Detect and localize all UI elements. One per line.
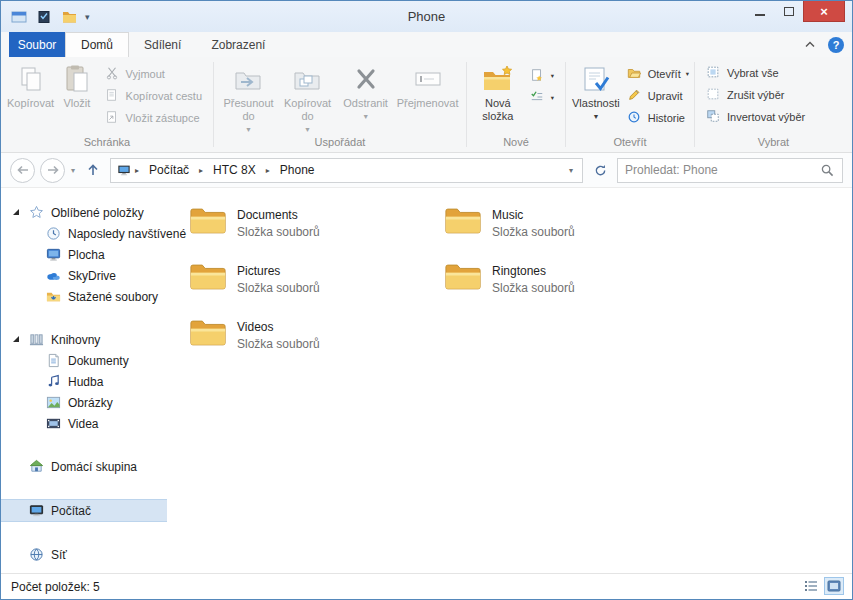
breadcrumb-computer[interactable]: Počítač <box>142 163 196 177</box>
libraries-icon <box>28 332 44 348</box>
sidebar-item-label: Domácí skupina <box>51 460 137 474</box>
history-button[interactable]: Historie <box>622 107 694 129</box>
sidebar-item-computer[interactable]: Počítač <box>1 499 167 522</box>
cut-icon <box>105 66 121 82</box>
sidebar-item-desktop[interactable]: Plocha <box>1 244 167 265</box>
qat-new-folder-icon[interactable] <box>60 8 78 26</box>
copy-button[interactable]: Kopírovat <box>7 62 54 110</box>
expand-triangle-icon[interactable] <box>13 336 19 342</box>
sidebar-item-libraries[interactable]: Knihovny <box>1 329 167 350</box>
sidebar-item-homegroup[interactable]: Domácí skupina <box>1 456 167 477</box>
thumbnails-view-button[interactable] <box>824 577 844 595</box>
sidebar-item-videos[interactable]: Videa <box>1 413 167 434</box>
select-all-icon <box>706 65 722 81</box>
open-dropdown: ▾ <box>686 70 689 78</box>
recent-locations-dropdown[interactable]: ▾ <box>70 166 76 175</box>
help-button[interactable]: ? <box>828 37 844 53</box>
breadcrumb-separator: ▸ <box>198 166 204 175</box>
collapse-ribbon-button[interactable] <box>802 37 818 53</box>
copy-to-button[interactable]: Kopírovat do ▼ <box>279 62 336 136</box>
caption-buttons: × <box>745 1 845 22</box>
titlebar: ▾ Phone × <box>1 1 852 32</box>
group-label-organize: Uspořádat <box>214 136 466 152</box>
breadcrumb-htc-8x[interactable]: HTC 8X <box>206 163 263 177</box>
folder-item-documents[interactable]: Documents Složka souborů <box>189 203 444 259</box>
sidebar-item-skydrive[interactable]: SkyDrive <box>1 265 167 286</box>
folder-name: Documents <box>237 208 320 222</box>
qat-customize-dropdown[interactable]: ▾ <box>85 12 90 22</box>
edit-button[interactable]: Upravit <box>622 85 694 107</box>
search-input[interactable] <box>625 163 819 177</box>
folder-item-pictures[interactable]: Pictures Složka souborů <box>189 259 444 315</box>
sidebar-item-label: Síť <box>51 548 67 562</box>
forward-button[interactable] <box>40 158 65 183</box>
group-label-new: Nové <box>467 136 565 152</box>
folder-icon <box>444 204 482 237</box>
back-button[interactable] <box>10 158 35 183</box>
rename-button[interactable]: Přejmenovat <box>395 62 460 110</box>
downloads-folder-icon <box>45 289 61 305</box>
breadcrumb-phone[interactable]: Phone <box>273 163 322 177</box>
invert-selection-button[interactable]: Invertovat výběr <box>701 106 810 128</box>
delete-label: Odstranit <box>343 97 388 110</box>
open-label: Otevřít <box>648 68 681 80</box>
refresh-button[interactable] <box>588 158 612 182</box>
move-to-button[interactable]: Přesunout do ▼ <box>220 62 277 136</box>
folder-item-videos[interactable]: Videos Složka souborů <box>189 315 444 371</box>
sidebar-item-pictures[interactable]: Obrázky <box>1 392 167 413</box>
sidebar-item-downloads[interactable]: Stažené soubory <box>1 286 167 307</box>
details-view-button[interactable] <box>801 577 821 595</box>
open-button[interactable]: Otevřít ▾ <box>622 63 694 85</box>
sidebar-item-label: Naposledy navštívené <box>68 227 186 241</box>
quick-access-toolbar: ▾ <box>1 8 90 26</box>
tab-share[interactable]: Sdílení <box>129 32 196 57</box>
easy-access-button[interactable]: ▾ <box>525 87 559 109</box>
new-item-dropdown: ▾ <box>551 72 554 80</box>
select-all-button[interactable]: Vybrat vše <box>701 62 784 84</box>
computer-monitor-icon <box>28 503 44 519</box>
ribbon-group-organize: Přesunout do ▼ Kopírovat do ▼ Odstranit … <box>214 57 466 152</box>
sidebar-item-documents[interactable]: Dokumenty <box>1 350 167 371</box>
expand-triangle-icon[interactable] <box>13 209 19 215</box>
sidebar-gap <box>1 307 167 329</box>
tab-view[interactable]: Zobrazení <box>196 32 280 57</box>
sidebar-item-music[interactable]: Hudba <box>1 371 167 392</box>
status-bar: Počet položek: 5 <box>1 573 852 599</box>
sidebar-item-label: Dokumenty <box>68 354 129 368</box>
maximize-button[interactable] <box>774 1 803 22</box>
properties-button[interactable]: Vlastnosti ▼ <box>572 62 620 123</box>
paste-shortcut-button[interactable]: Vložit zástupce <box>100 107 207 129</box>
new-item-button[interactable]: ▾ <box>525 65 559 87</box>
minimize-icon <box>755 14 765 16</box>
delete-button[interactable]: Odstranit ▼ <box>338 62 393 123</box>
close-button[interactable]: × <box>803 1 845 22</box>
clear-selection-button[interactable]: Zrušit výběr <box>701 84 789 106</box>
folder-item-music[interactable]: Music Složka souborů <box>444 203 699 259</box>
up-button[interactable] <box>81 158 105 182</box>
copy-path-label: Kopírovat cestu <box>126 90 202 102</box>
folder-item-ringtones[interactable]: Ringtones Složka souborů <box>444 259 699 315</box>
qat-properties-icon[interactable] <box>35 8 53 26</box>
folder-icon <box>444 260 482 293</box>
folder-type: Složka souborů <box>237 337 320 351</box>
minimize-button[interactable] <box>745 1 774 22</box>
copy-path-button[interactable]: Kopírovat cestu <box>100 85 207 107</box>
select-all-label: Vybrat vše <box>727 67 779 79</box>
group-label-select: Vybrat <box>695 136 852 152</box>
edit-pencil-icon <box>627 88 643 104</box>
sidebar-item-favorites[interactable]: Oblíbené položky <box>1 202 167 223</box>
cut-label: Vyjmout <box>126 68 165 80</box>
search-icon[interactable] <box>819 162 835 178</box>
pictures-icon <box>45 395 61 411</box>
paste-button[interactable]: Vložit <box>56 62 97 110</box>
tab-home[interactable]: Domů <box>65 32 129 57</box>
sidebar-item-network[interactable]: Síť <box>1 544 167 565</box>
folder-name: Pictures <box>237 264 320 278</box>
cut-button[interactable]: Vyjmout <box>100 63 207 85</box>
address-box[interactable]: ▸ Počítač ▸ HTC 8X ▸ Phone ▾ <box>110 158 583 183</box>
address-location-icon <box>116 162 132 178</box>
address-history-dropdown[interactable]: ▾ <box>565 166 577 175</box>
sidebar-item-recent-places[interactable]: Naposledy navštívené <box>1 223 167 244</box>
file-menu-button[interactable]: Soubor <box>9 32 65 57</box>
new-folder-button[interactable]: Nová složka <box>473 62 523 123</box>
